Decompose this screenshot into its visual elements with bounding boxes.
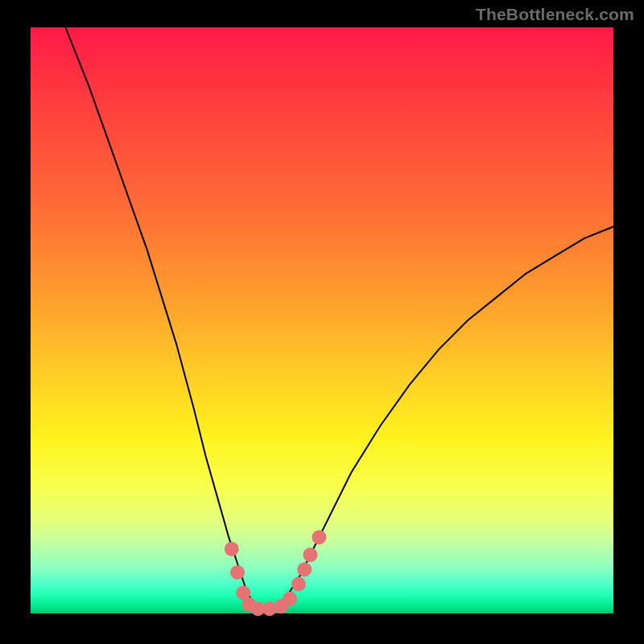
marker-dot — [297, 562, 312, 576]
marker-dot — [225, 542, 239, 556]
curve-layer — [31, 27, 613, 613]
plot-area — [31, 27, 613, 613]
bottleneck-curve — [65, 27, 613, 610]
chart-frame: TheBottleneck.com — [0, 0, 644, 644]
marker-dot — [312, 530, 326, 544]
marker-dot — [283, 592, 297, 606]
marker-dot — [303, 547, 318, 562]
watermark-text: TheBottleneck.com — [476, 5, 634, 24]
marker-dot — [291, 577, 306, 592]
markers-group — [225, 530, 327, 616]
marker-dot — [230, 565, 245, 580]
